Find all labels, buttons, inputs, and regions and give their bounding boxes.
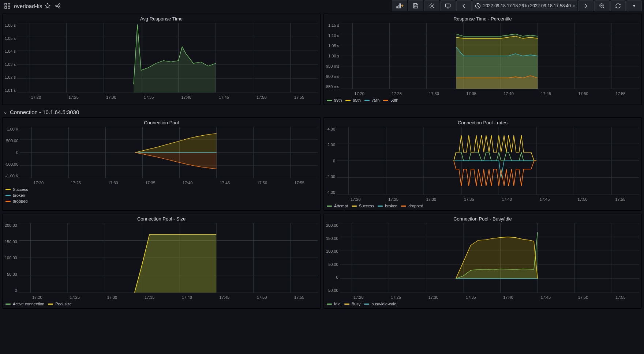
- xtick: 17:35: [453, 91, 490, 96]
- panel-response-time-percentile[interactable]: Response Time - Percentile 1.15 s1.10 s1…: [323, 14, 642, 105]
- dashboard-grid-icon[interactable]: [2, 1, 12, 11]
- legend-item[interactable]: Success: [5, 187, 317, 192]
- ytick: 50.00: [7, 272, 17, 276]
- dashboard-title[interactable]: overload-ks: [14, 3, 42, 9]
- legend-item[interactable]: 95th: [345, 98, 360, 102]
- legend-label: 75th: [372, 98, 379, 102]
- ytick: 1.06 s: [5, 23, 16, 27]
- xtick: 17:20: [19, 295, 56, 300]
- xtick: 17:25: [55, 95, 93, 99]
- ytick: 950 ms: [326, 64, 339, 68]
- panel-title: Connection Pool - rates: [326, 120, 639, 125]
- xtick: 17:25: [56, 295, 93, 300]
- xtick: 17:25: [378, 91, 415, 96]
- panel-connection-pool[interactable]: Connection Pool 1.00 K500.000-500.00-1.0…: [2, 117, 321, 211]
- xtick: 17:20: [20, 181, 57, 185]
- ytick: 1.00 K: [7, 127, 19, 131]
- zoom-out-button[interactable]: [594, 0, 610, 11]
- xtick: 17:40: [168, 95, 205, 99]
- ytick: -2.00: [326, 174, 335, 179]
- star-icon[interactable]: [42, 1, 53, 11]
- ytick: 2.00: [327, 143, 335, 147]
- legend-item[interactable]: 50th: [383, 98, 398, 102]
- legend-item[interactable]: Active connection: [5, 302, 44, 306]
- refresh-dropdown-button[interactable]: ▾: [626, 0, 642, 11]
- xtick: 17:50: [564, 295, 602, 300]
- xtick: 17:55: [602, 197, 639, 202]
- ytick: 0: [336, 275, 338, 279]
- svg-point-6: [59, 7, 60, 8]
- ytick: -4.00: [326, 190, 335, 195]
- xtick: 17:40: [488, 197, 526, 202]
- time-range-text: 2022-09-18 17:18:26 to 2022-09-18 17:58:…: [483, 3, 571, 8]
- svg-rect-10: [414, 4, 416, 5]
- ytick: 1.04 s: [5, 49, 16, 53]
- save-button[interactable]: [408, 0, 423, 11]
- legend-item[interactable]: dropped: [401, 204, 423, 208]
- legend: Active connectionPool size: [5, 300, 318, 306]
- xtick: 17:30: [93, 295, 131, 300]
- legend: AttemptSuccessbrokendropped: [326, 202, 639, 208]
- xtick: 17:30: [415, 295, 452, 300]
- legend-item[interactable]: broken: [5, 193, 317, 197]
- ytick: 850 ms: [326, 84, 339, 89]
- xtick: 17:45: [527, 295, 564, 300]
- legend-item[interactable]: 99th: [327, 98, 342, 102]
- ytick: 1.05 s: [5, 36, 16, 41]
- ytick: 0: [16, 150, 18, 155]
- add-panel-button[interactable]: +: [392, 0, 407, 11]
- legend-label: 95th: [353, 98, 360, 102]
- ytick: -50.00: [327, 288, 338, 293]
- section-connection-header[interactable]: ⌄ Connection - 10.1.64.5:3030: [3, 109, 641, 115]
- xtick: 17:35: [132, 181, 169, 185]
- xtick: 17:35: [131, 295, 168, 300]
- panel-connection-pool-busy-idle[interactable]: Connection Pool - Busy/idle 200.00150.00…: [323, 214, 642, 309]
- svg-point-4: [56, 5, 57, 7]
- svg-rect-8: [398, 5, 399, 8]
- xtick: 17:25: [374, 197, 412, 202]
- legend-item[interactable]: Attempt: [327, 204, 348, 208]
- xtick: 17:35: [130, 95, 168, 99]
- time-back-button[interactable]: [456, 0, 472, 11]
- panel-connection-pool-rates[interactable]: Connection Pool - rates 4.002.000-2.00-4…: [323, 117, 642, 211]
- xtick: 17:45: [526, 197, 564, 202]
- ytick: 0: [15, 288, 17, 293]
- share-icon[interactable]: [53, 1, 63, 11]
- panel-title: Response Time - Percentile: [326, 16, 639, 22]
- settings-button[interactable]: [424, 0, 439, 11]
- chevron-down-icon: ▾: [573, 4, 575, 8]
- time-forward-button[interactable]: [578, 0, 594, 11]
- xtick: 17:30: [92, 95, 130, 99]
- panel-title: Avg Response Time: [5, 16, 318, 22]
- xtick: 17:35: [450, 197, 488, 202]
- legend-item[interactable]: busy-idle-calc: [364, 302, 396, 306]
- tv-mode-button[interactable]: [440, 0, 456, 11]
- ytick: 50.00: [328, 262, 338, 267]
- legend-item[interactable]: Busy: [344, 302, 360, 306]
- ytick: 150.00: [326, 236, 338, 241]
- xtick: 17:55: [602, 295, 639, 300]
- legend-label: 50th: [390, 98, 398, 102]
- svg-rect-9: [400, 4, 401, 8]
- panel-avg-response-time[interactable]: Avg Response Time 1.06 s1.05 s1.04 s1.03…: [2, 14, 321, 105]
- legend-label: dropped: [408, 204, 423, 208]
- legend-item[interactable]: Idle: [327, 302, 341, 306]
- legend-item[interactable]: 75th: [364, 98, 379, 102]
- legend-item[interactable]: dropped: [5, 199, 317, 203]
- legend: IdleBusybusy-idle-calc: [326, 300, 639, 306]
- legend-label: broken: [385, 204, 397, 208]
- ytick: 4.00: [327, 127, 335, 131]
- ytick: 1.10 s: [328, 33, 339, 38]
- chevron-down-icon: ▾: [633, 3, 635, 8]
- xtick: 17:50: [243, 295, 280, 300]
- panel-connection-pool-size[interactable]: Connection Pool - Size 200.00150.00100.0…: [2, 214, 321, 309]
- refresh-button[interactable]: [610, 0, 626, 11]
- ytick: 200.00: [326, 223, 338, 227]
- xtick: 17:45: [527, 91, 565, 96]
- legend-item[interactable]: Success: [352, 204, 374, 208]
- time-picker-button[interactable]: 2022-09-18 17:18:26 to 2022-09-18 17:58:…: [472, 0, 577, 11]
- legend-item[interactable]: broken: [378, 204, 397, 208]
- legend-item[interactable]: Pool size: [48, 302, 72, 306]
- legend-label: busy-idle-calc: [371, 302, 396, 306]
- chevron-down-icon: ⌄: [3, 109, 8, 115]
